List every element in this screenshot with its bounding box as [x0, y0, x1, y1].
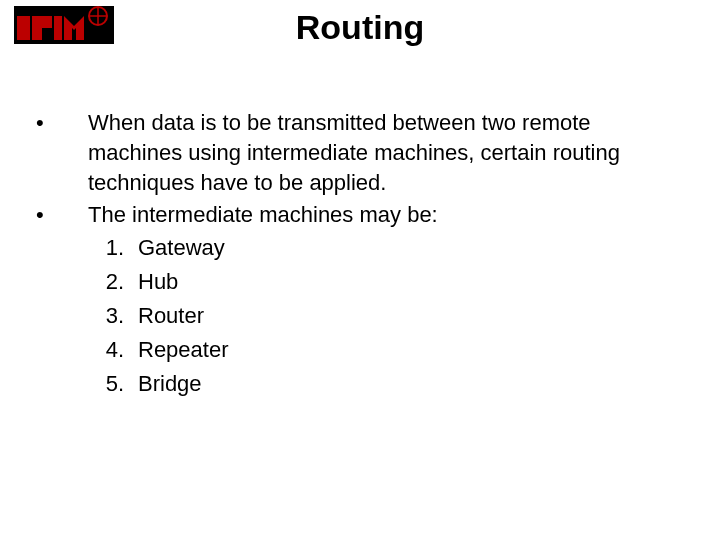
list-item: 4. Repeater	[30, 334, 690, 366]
list-number: 3.	[30, 300, 138, 332]
list-item: 1. Gateway	[30, 232, 690, 264]
list-item: 5. Bridge	[30, 368, 690, 400]
slide-title: Routing	[0, 8, 720, 47]
list-number: 5.	[30, 368, 138, 400]
bullet-marker: •	[30, 108, 88, 138]
slide: Routing • When data is to be transmitted…	[0, 0, 720, 540]
slide-body: • When data is to be transmitted between…	[30, 108, 690, 402]
list-item: 2. Hub	[30, 266, 690, 298]
bullet-text: The intermediate machines may be:	[88, 200, 690, 230]
list-number: 4.	[30, 334, 138, 366]
list-text: Bridge	[138, 368, 690, 400]
list-text: Gateway	[138, 232, 690, 264]
list-item: 3. Router	[30, 300, 690, 332]
list-text: Router	[138, 300, 690, 332]
bullet-text: When data is to be transmitted between t…	[88, 108, 690, 198]
bullet-item: • The intermediate machines may be:	[30, 200, 690, 230]
list-number: 1.	[30, 232, 138, 264]
bullet-item: • When data is to be transmitted between…	[30, 108, 690, 198]
list-text: Repeater	[138, 334, 690, 366]
list-number: 2.	[30, 266, 138, 298]
list-text: Hub	[138, 266, 690, 298]
bullet-marker: •	[30, 200, 88, 230]
